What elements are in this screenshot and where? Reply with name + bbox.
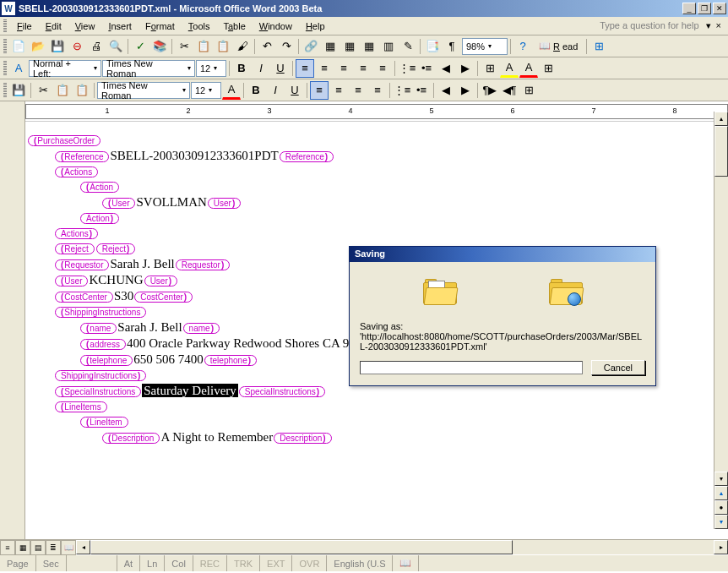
read-button[interactable]: 📖 Read — [533, 37, 584, 56]
paste-button[interactable]: 📋 — [214, 37, 232, 56]
borders-button[interactable]: ⊞ — [481, 59, 499, 78]
print-preview-button[interactable]: 🔍 — [106, 37, 125, 56]
paste-button-2[interactable]: 📋 — [73, 81, 91, 100]
doc-map-button[interactable]: 📑 — [423, 37, 442, 56]
font-combo[interactable]: Times New Roman▾ — [102, 60, 195, 77]
browse-object-button[interactable]: ● — [714, 500, 728, 515]
align-left-button-2[interactable]: ≡ — [310, 81, 329, 100]
scroll-down-button[interactable]: ▾ — [714, 472, 728, 486]
menu-tools[interactable]: Tools — [182, 19, 217, 33]
help-close-icon[interactable]: × — [716, 20, 721, 30]
minimize-button[interactable]: _ — [682, 3, 696, 14]
size-combo-2[interactable]: 12▾ — [191, 82, 221, 99]
align-left-button[interactable]: ≡ — [296, 59, 314, 78]
show-hide-button[interactable]: ¶ — [443, 37, 461, 56]
toolbar-options-button[interactable]: ⊞ — [539, 59, 557, 78]
status-trk[interactable]: TRK — [227, 555, 260, 571]
font-combo-2[interactable]: Times New Roman▾ — [97, 82, 190, 99]
help-search-box[interactable]: Type a question for help▾× — [596, 20, 725, 31]
redo-button[interactable]: ↷ — [277, 37, 296, 56]
menu-help[interactable]: Help — [299, 19, 332, 33]
copy-button[interactable]: 📋 — [194, 37, 213, 56]
increase-indent-button-2[interactable]: ▶ — [456, 81, 475, 100]
underline-button-2[interactable]: U — [285, 81, 304, 100]
scroll-up-button[interactable]: ▴ — [714, 112, 728, 126]
decrease-indent-button-2[interactable]: ◀ — [437, 81, 455, 100]
bullets-button-2[interactable]: •≡ — [412, 81, 431, 100]
decrease-indent-button[interactable]: ◀ — [437, 59, 455, 78]
horizontal-ruler[interactable]: 1 2 3 4 5 6 7 8 — [25, 104, 728, 119]
scroll-left-button[interactable]: ◂ — [76, 540, 90, 554]
align-center-button[interactable]: ≡ — [315, 59, 334, 78]
menu-table[interactable]: Table — [216, 19, 252, 33]
style-combo[interactable]: Normal + Left:▾ — [29, 60, 101, 77]
vertical-ruler[interactable] — [0, 122, 25, 539]
restore-button[interactable]: ❐ — [698, 3, 711, 14]
bullets-button[interactable]: •≡ — [417, 59, 436, 78]
spelling-button[interactable]: ✓ — [131, 37, 149, 56]
numbering-button-2[interactable]: ⋮≡ — [393, 81, 411, 100]
tables-borders-button[interactable]: ▦ — [321, 37, 340, 56]
normal-view-button[interactable]: ≡ — [0, 540, 15, 555]
format-painter-button[interactable]: 🖌 — [233, 37, 252, 56]
font-color-button[interactable]: A — [519, 59, 538, 78]
menu-insert[interactable]: Insert — [101, 19, 139, 33]
font-color-button-2[interactable]: A — [222, 81, 241, 100]
scroll-right-button[interactable]: ▸ — [714, 540, 728, 554]
menu-file[interactable]: File — [10, 19, 39, 33]
next-page-button[interactable]: ▾ — [714, 515, 728, 529]
reading-view-button[interactable]: 📖 — [61, 540, 76, 555]
vertical-scrollbar[interactable]: ▴ ▾ ▴ ● ▾ — [714, 112, 728, 529]
status-ext[interactable]: EXT — [260, 555, 292, 571]
insert-table-button[interactable]: ▦ — [340, 37, 359, 56]
numbering-button[interactable]: ⋮≡ — [398, 59, 416, 78]
cut-button[interactable]: ✂ — [175, 37, 193, 56]
cut-button-2[interactable]: ✂ — [34, 81, 52, 100]
prev-page-button[interactable]: ▴ — [714, 486, 728, 500]
permission-button[interactable]: ⊖ — [68, 37, 86, 56]
ltr-button[interactable]: ¶▶ — [481, 81, 499, 100]
menu-format[interactable]: Format — [139, 19, 182, 33]
menu-edit[interactable]: Edit — [39, 19, 68, 33]
italic-button-2[interactable]: I — [266, 81, 285, 100]
hscroll-thumb[interactable] — [90, 540, 513, 554]
size-combo[interactable]: 12▾ — [196, 60, 226, 77]
new-doc-button[interactable]: 📄 — [9, 37, 28, 56]
excel-button[interactable]: ▦ — [360, 37, 378, 56]
status-rec[interactable]: REC — [193, 555, 227, 571]
scroll-thumb[interactable] — [714, 126, 728, 177]
status-language[interactable]: English (U.S — [327, 555, 393, 571]
help-dropdown-icon[interactable]: ▾ — [706, 20, 711, 30]
status-ovr[interactable]: OVR — [292, 555, 327, 571]
menu-view[interactable]: View — [68, 19, 102, 33]
close-toolbar-button[interactable]: ⊞ — [589, 37, 608, 56]
open-button[interactable]: 📂 — [29, 37, 47, 56]
save-button-2[interactable]: 💾 — [9, 81, 28, 100]
align-center-button-2[interactable]: ≡ — [329, 81, 348, 100]
underline-button[interactable]: U — [271, 59, 290, 78]
print-button[interactable]: 🖨 — [87, 37, 106, 56]
align-right-button-2[interactable]: ≡ — [349, 81, 367, 100]
justify-button[interactable]: ≡ — [354, 59, 372, 78]
save-button[interactable]: 💾 — [48, 37, 67, 56]
menu-window[interactable]: Window — [253, 19, 299, 33]
copy-button-2[interactable]: 📋 — [53, 81, 72, 100]
columns-button[interactable]: ▥ — [379, 37, 398, 56]
cancel-button[interactable]: Cancel — [591, 360, 645, 375]
bold-button-2[interactable]: B — [247, 81, 265, 100]
print-layout-button[interactable]: ▤ — [30, 540, 46, 555]
zoom-combo[interactable]: 98%▾ — [462, 38, 508, 55]
help-button[interactable]: ? — [513, 37, 532, 56]
close-button[interactable]: ✕ — [713, 3, 726, 14]
hyperlink-button[interactable]: 🔗 — [302, 37, 320, 56]
justify-button-2[interactable]: ≡ — [368, 81, 387, 100]
increase-indent-button[interactable]: ▶ — [456, 59, 475, 78]
outline-view-button[interactable]: ≣ — [46, 540, 61, 555]
italic-button[interactable]: I — [252, 59, 270, 78]
align-right-button[interactable]: ≡ — [334, 59, 353, 78]
undo-button[interactable]: ↶ — [258, 37, 276, 56]
styles-pane-button[interactable]: A — [9, 59, 28, 78]
highlight-button[interactable]: A — [500, 59, 519, 78]
bold-button[interactable]: B — [232, 59, 251, 78]
rtl-button[interactable]: ◀¶ — [500, 81, 519, 100]
